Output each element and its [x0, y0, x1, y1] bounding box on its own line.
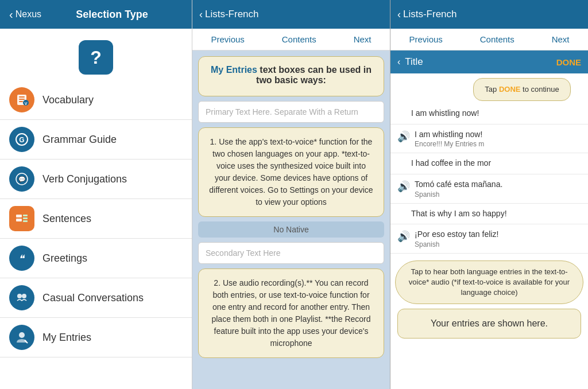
vocabulary-label: Vocabulary [42, 94, 94, 106]
sentences-label: Sentences [42, 213, 91, 225]
title-bar-title: Title [405, 56, 556, 68]
info-title-suffix: text boxes can be used in two basic ways… [256, 65, 372, 85]
title-bar: ‹ Title DONE [390, 50, 588, 73]
question-icon-container: ? [0, 29, 192, 80]
entry-sub-6: Spanish [415, 240, 498, 248]
middle-next-btn[interactable]: Next [348, 32, 377, 46]
svg-rect-10 [16, 215, 22, 217]
question-icon[interactable]: ? [79, 40, 113, 75]
verb-icon: 💬 [9, 166, 34, 192]
nav-item-verb[interactable]: 💬 Verb Conjugations [0, 160, 192, 199]
entry-text-3: I had coffee in the mor [411, 158, 491, 169]
svg-text:💬: 💬 [18, 176, 26, 183]
right-previous-btn[interactable]: Previous [403, 32, 448, 46]
entry-row-3: I had coffee in the mor [390, 153, 588, 174]
casual-label: Casual Conversations [42, 292, 144, 304]
instruction-box-2: 2. Use audio recording(s).** You can rec… [198, 269, 384, 358]
svg-point-18 [19, 332, 25, 338]
entry-row-2[interactable]: 🔊 I am whistling now! Encore!!! My Entri… [390, 125, 588, 154]
verb-label: Verb Conjugations [42, 173, 127, 185]
vocabulary-icon: V [9, 87, 34, 112]
middle-content: My Entries text boxes can be used in two… [192, 50, 390, 389]
info-box-top: My Entries text boxes can be used in two… [198, 56, 384, 96]
left-header: ‹ Nexus Selection Type [0, 0, 192, 29]
instruction-text-2: 2. Use audio recording(s).** You can rec… [208, 277, 374, 349]
myentries-label: My Entries [42, 332, 91, 344]
tap-tooltip-text: Tap to hear both language entries in the… [409, 267, 570, 297]
secondary-text-input[interactable]: Secondary Text Here [198, 242, 384, 264]
middle-contents-btn[interactable]: Contents [276, 32, 322, 46]
done-tooltip: Tap DONE to continue [473, 78, 571, 101]
nav-item-grammar[interactable]: G Grammar Guide [0, 120, 192, 160]
tap-tooltip: Tap to hear both language entries in the… [395, 260, 583, 305]
greetings-icon: ❝ [9, 246, 34, 271]
my-entries-highlight: My Entries [211, 65, 257, 75]
middle-panel: ‹ Lists-French Previous Contents Next My… [192, 0, 390, 389]
left-panel: ‹ Nexus Selection Type ? V Vocabulary [0, 0, 192, 389]
entry-row-5: That is why I am so happy! [390, 204, 588, 225]
done-button[interactable]: DONE [556, 57, 581, 67]
entry-row-4[interactable]: 🔊 Tomó café esta mañana. Spanish [390, 174, 588, 204]
bottom-box-text: Your entries are shown here. [431, 318, 548, 328]
instruction-text-1: 1. Use the app's text-to-voice* function… [208, 136, 374, 208]
entry-text-2: I am whistling now! [415, 129, 484, 141]
info-box-title: My Entries text boxes can be used in two… [208, 65, 374, 85]
middle-back-icon: ‹ [199, 9, 203, 21]
svg-rect-13 [23, 217, 28, 219]
speaker-icon-1[interactable]: 🔊 [397, 130, 410, 143]
done-highlight: DONE [499, 85, 521, 94]
right-contents-btn[interactable]: Contents [474, 32, 520, 46]
primary-text-input[interactable]: Primary Text Here. Separate With a Retur… [198, 101, 384, 123]
right-nav-bar: Previous Contents Next [390, 29, 588, 50]
instruction-box-1: 1. Use the app's text-to-voice* function… [198, 127, 384, 217]
nexus-back-label[interactable]: Nexus [16, 9, 41, 20]
right-header: ‹ Lists-French [390, 0, 588, 29]
svg-point-16 [17, 294, 22, 298]
svg-rect-12 [23, 215, 28, 216]
grammar-label: Grammar Guide [42, 134, 117, 146]
svg-rect-11 [16, 219, 22, 221]
nav-item-sentences[interactable]: Sentences [0, 199, 192, 239]
middle-nav-bar: Previous Contents Next [192, 29, 390, 50]
right-next-btn[interactable]: Next [546, 32, 575, 46]
right-panel: ‹ Lists-French Previous Contents Next ‹ … [390, 0, 588, 389]
right-header-title: Lists-French [403, 9, 457, 20]
svg-rect-2 [19, 99, 25, 100]
middle-header-title: Lists-French [205, 9, 259, 20]
nav-item-greetings[interactable]: ❝ Greetings [0, 239, 192, 278]
right-content: Tap DONE to continue I am whistling now!… [390, 73, 588, 389]
grammar-icon: G [9, 127, 34, 152]
nav-item-myentries[interactable]: My Entries [0, 318, 192, 357]
no-native-label: No Native [198, 221, 384, 238]
right-back-icon: ‹ [397, 9, 401, 21]
nav-item-casual[interactable]: Casual Conversations [0, 278, 192, 318]
middle-previous-btn[interactable]: Previous [205, 32, 250, 46]
left-panel-title: Selection Type [41, 9, 183, 21]
greetings-label: Greetings [42, 252, 87, 264]
sentences-icon [9, 206, 34, 231]
entry-row-6[interactable]: 🔊 ¡Por eso estoy tan feliz! Spanish [390, 224, 588, 254]
svg-rect-1 [19, 96, 25, 98]
speaker-icon-3[interactable]: 🔊 [397, 230, 410, 243]
entry-text-4: Tomó café esta mañana. [415, 179, 502, 190]
nav-list: V Vocabulary G Grammar Guide 💬 Verb Con [0, 80, 192, 389]
entry-row-1: I am whistling now! [390, 103, 588, 125]
svg-point-17 [22, 294, 26, 298]
svg-text:G: G [19, 136, 24, 144]
casual-icon [9, 285, 34, 310]
svg-rect-14 [23, 220, 28, 222]
entry-text-6: ¡Por eso estoy tan feliz! [415, 229, 498, 240]
svg-text:❝: ❝ [18, 253, 25, 264]
svg-rect-3 [19, 101, 23, 102]
entry-sub-2: Encore!!! My Entries m [415, 140, 484, 148]
entry-sub-4: Spanish [415, 190, 502, 199]
bottom-box: Your entries are shown here. [397, 309, 581, 339]
middle-header: ‹ Lists-French [192, 0, 390, 29]
title-bar-back-icon: ‹ [397, 57, 400, 67]
entry-text-5: That is why I am so happy! [411, 208, 507, 220]
speaker-icon-2[interactable]: 🔊 [397, 180, 410, 193]
back-arrow-icon: ‹ [9, 8, 13, 21]
myentries-icon [9, 325, 34, 350]
nav-item-vocabulary[interactable]: V Vocabulary [0, 80, 192, 120]
svg-text:V: V [25, 102, 28, 106]
